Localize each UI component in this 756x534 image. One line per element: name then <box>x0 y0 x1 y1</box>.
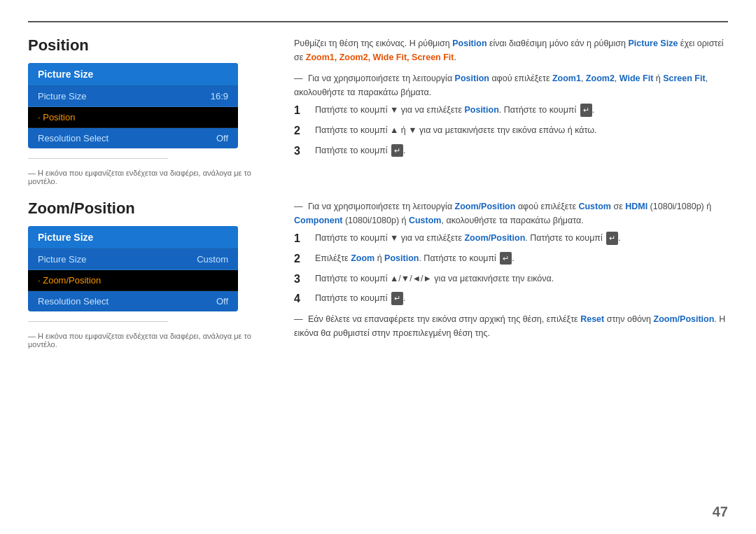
position-row1-label: Picture Size <box>38 91 86 101</box>
position-row2-label: · Position <box>38 112 75 122</box>
zoom-position-widget-row-1: Picture Size Custom <box>28 249 238 270</box>
position-title: Position <box>28 36 266 55</box>
position-row3-label: Resolution Select <box>38 133 108 143</box>
zoom-position-title: Zoom/Position <box>28 199 266 218</box>
zoom-position-step-2: 2 Επιλέξτε Zoom ή Position. Πατήστε το κ… <box>294 252 728 267</box>
position-widget-row-1: Picture Size 16:9 <box>28 86 238 107</box>
zoom-position-left-col: Zoom/Position Picture Size Picture Size … <box>28 199 266 349</box>
zoom-position-right-col: — Για να χρησιμοποιήσετε τη λειτουργία Z… <box>294 199 728 349</box>
zoom-position-row3-value: Off <box>216 296 228 307</box>
top-divider <box>28 21 728 22</box>
zoom-position-row1-value: Custom <box>197 254 228 265</box>
zoom-position-step-1: 1 Πατήστε το κουμπί ▼ για να επιλέξετε Z… <box>294 232 728 246</box>
zoom-position-steps: 1 Πατήστε το κουμπί ▼ για να επιλέξετε Z… <box>294 232 728 307</box>
zoom-position-step-4: 4 Πατήστε το κουμπί ↵. <box>294 292 728 307</box>
zoom-position-widget-header: Picture Size <box>28 226 238 249</box>
zoom-position-divider <box>28 321 168 322</box>
position-subnote: — Για να χρησιμοποιήσετε τη λειτουργία P… <box>294 71 728 99</box>
position-intro: Ρυθμίζει τη θέση της εικόνας. Η ρύθμιση … <box>294 36 728 64</box>
zoom-position-footnote: — Η εικόνα που εμφανίζεται ενδέχεται να … <box>28 332 266 349</box>
position-row1-value: 16:9 <box>211 91 228 101</box>
zoom-position-row2-label: · Zoom/Position <box>38 275 101 286</box>
position-section: Position Picture Size Picture Size 16:9 … <box>28 36 728 185</box>
position-widget: Picture Size Picture Size 16:9 · Positio… <box>28 63 238 148</box>
zoom-position-step-3: 3 Πατήστε το κουμπί ▲/▼/◄/► για να μετακ… <box>294 272 728 287</box>
zoom-position-widget-row-3: Resolution Select Off <box>28 291 238 311</box>
position-footnote: — Η εικόνα που εμφανίζεται ενδέχεται να … <box>28 169 266 185</box>
zoom-position-widget: Picture Size Picture Size Custom · Zoom/… <box>28 226 238 311</box>
position-divider <box>28 158 168 159</box>
zoom-position-subnote: — Για να χρησιμοποιήσετε τη λειτουργία Z… <box>294 199 728 227</box>
page-container: Position Picture Size Picture Size 16:9 … <box>0 0 756 534</box>
position-widget-row-3: Resolution Select Off <box>28 128 238 148</box>
position-steps: 1 Πατήστε το κουμπί ▼ για να επιλέξετε P… <box>294 104 728 158</box>
zoom-position-widget-row-2: · Zoom/Position <box>28 270 238 291</box>
position-widget-header: Picture Size <box>28 63 238 86</box>
position-step-2: 2 Πατήστε το κουμπί ▲ ή ▼ για να μετακιν… <box>294 124 728 139</box>
page-number: 47 <box>713 504 728 520</box>
zoom-position-endnote: — Εάν θέλετε να επαναφέρετε την εικόνα σ… <box>294 312 728 340</box>
position-right-col: Ρυθμίζει τη θέση της εικόνας. Η ρύθμιση … <box>294 36 728 185</box>
position-step-3: 3 Πατήστε το κουμπί ↵. <box>294 144 728 159</box>
position-step-1: 1 Πατήστε το κουμπί ▼ για να επιλέξετε P… <box>294 104 728 118</box>
zoom-position-row1-label: Picture Size <box>38 254 86 265</box>
zoom-position-section: Zoom/Position Picture Size Picture Size … <box>28 199 728 349</box>
position-left-col: Position Picture Size Picture Size 16:9 … <box>28 36 266 185</box>
zoom-position-row3-label: Resolution Select <box>38 296 108 307</box>
position-widget-row-2: · Position <box>28 107 238 128</box>
content-area: Position Picture Size Picture Size 16:9 … <box>28 36 728 513</box>
position-row3-value: Off <box>216 133 228 143</box>
